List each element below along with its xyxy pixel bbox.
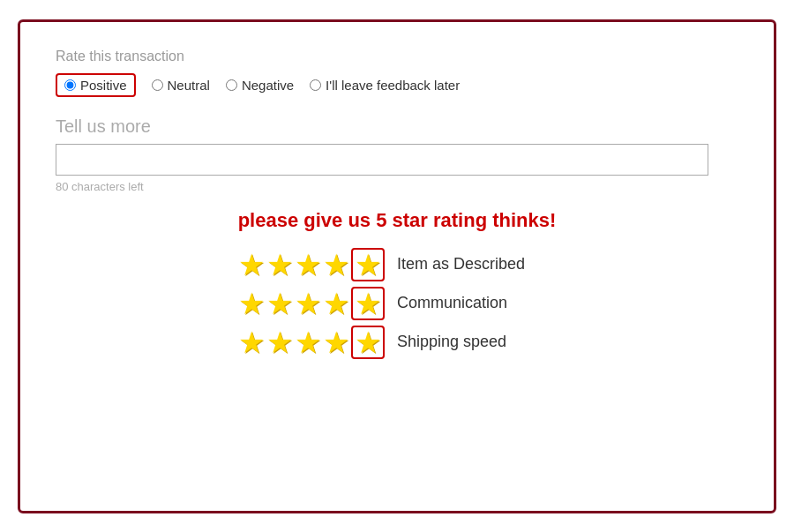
char-counter: 80 characters left [56,180,738,193]
stars-shipping[interactable]: ★ ★ ★ ★ ★ [238,326,385,359]
stars-communication[interactable]: ★ ★ ★ ★ ★ [238,287,385,320]
star-row-shipping: ★ ★ ★ ★ ★ Shipping speed [238,326,556,359]
main-container: Rate this transaction Positive Neutral N… [18,19,776,513]
star-2[interactable]: ★ [266,327,293,357]
star-1[interactable]: ★ [238,327,265,357]
stars-item-described[interactable]: ★ ★ ★ ★ ★ [238,248,385,281]
star-row-item-described: ★ ★ ★ ★ ★ Item as Described [238,248,556,281]
star-ratings-section: ★ ★ ★ ★ ★ Item as Described ★ ★ ★ ★ ★ Co… [238,248,556,359]
radio-positive[interactable]: Positive [56,73,136,97]
star-5-highlighted[interactable]: ★ [351,326,385,359]
star-1[interactable]: ★ [238,288,265,318]
star-2[interactable]: ★ [266,250,293,280]
star-3[interactable]: ★ [295,327,321,357]
tell-us-more-label: Tell us more [56,116,738,137]
radio-later[interactable]: I'll leave feedback later [310,78,460,93]
section-title: Rate this transaction [56,49,738,64]
star-label-shipping: Shipping speed [397,333,556,351]
star-3[interactable]: ★ [295,288,321,318]
star-label-item-described: Item as Described [397,255,556,273]
star-4[interactable]: ★ [323,327,349,357]
rating-radio-group: Positive Neutral Negative I'll leave fee… [56,73,738,97]
star-label-communication: Communication [397,294,556,312]
star-4[interactable]: ★ [323,250,349,280]
star-row-communication: ★ ★ ★ ★ ★ Communication [238,287,556,320]
star-2[interactable]: ★ [266,288,293,318]
star-4[interactable]: ★ [323,288,349,318]
star-5-highlighted[interactable]: ★ [351,287,385,320]
tell-more-input[interactable] [56,144,708,176]
star-1[interactable]: ★ [238,250,265,280]
radio-neutral[interactable]: Neutral [152,78,210,93]
star-3[interactable]: ★ [295,250,321,280]
appeal-text: please give us 5 star rating thinks! [56,209,738,232]
star-5-highlighted[interactable]: ★ [351,248,385,281]
radio-negative[interactable]: Negative [226,78,294,93]
